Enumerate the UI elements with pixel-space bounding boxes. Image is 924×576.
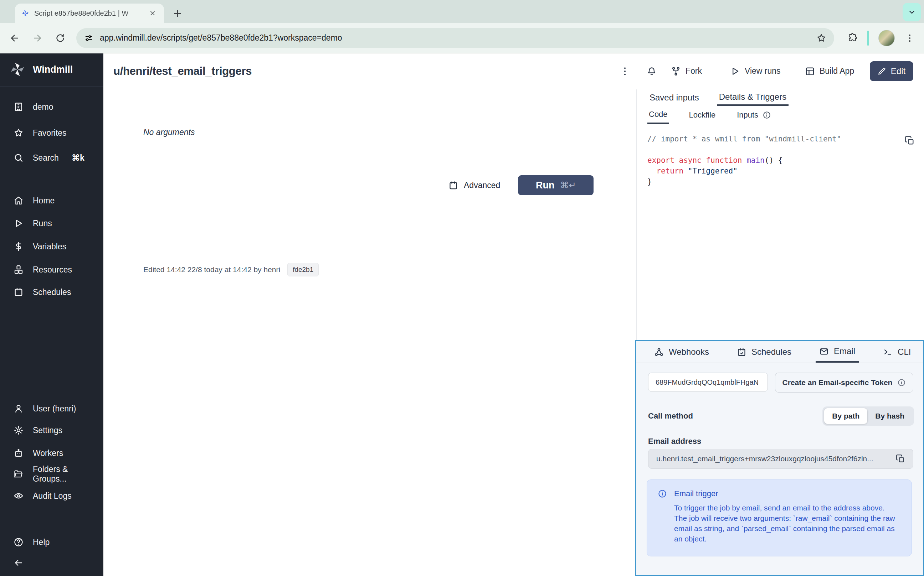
build-app-button[interactable]: Build App <box>805 53 854 89</box>
sidebar-item-workers[interactable]: Workers <box>0 445 103 462</box>
fork-label: Fork <box>685 66 702 76</box>
sidebar-item-label: Variables <box>33 242 66 251</box>
sidebar-item-folders-groups[interactable]: Folders & Groups... <box>0 466 103 483</box>
sidebar-item-label: Workers <box>33 448 63 458</box>
back-icon[interactable] <box>9 33 20 43</box>
sidebar-item-variables[interactable]: Variables <box>0 238 103 255</box>
notifications-button[interactable] <box>646 53 657 89</box>
info-icon <box>762 111 771 119</box>
tab-schedules[interactable]: Schedules <box>733 341 795 363</box>
bell-icon <box>646 66 657 76</box>
call-method-row: Call method By path By hash <box>648 405 914 427</box>
subtab-code[interactable]: Code <box>647 106 669 124</box>
tab-title: Script e857be88e0fde2b1 | W <box>34 9 143 18</box>
tab-cli[interactable]: CLI <box>879 341 914 363</box>
folder-open-icon <box>14 469 24 479</box>
search-icon <box>14 153 24 163</box>
version-badge[interactable]: fde2b1 <box>287 263 319 277</box>
fork-button[interactable]: Fork <box>671 53 702 89</box>
browser-tab[interactable]: Script e857be88e0fde2b1 | W <box>15 3 164 23</box>
sidebar-item-resources[interactable]: Resources <box>0 261 103 278</box>
view-runs-label: View runs <box>745 66 781 76</box>
view-runs-button[interactable]: View runs <box>730 53 781 89</box>
edit-label: Edit <box>891 66 905 76</box>
tab-email-label: Email <box>834 346 855 356</box>
sidebar-item-schedules[interactable]: Schedules <box>0 283 103 301</box>
tab-schedules-label: Schedules <box>751 347 791 357</box>
robot-icon <box>14 448 24 458</box>
sidebar-item-favorites[interactable]: Favorites <box>0 124 103 141</box>
more-options-button[interactable] <box>619 53 630 89</box>
windmill-script-page: Script e857be88e0fde2b1 | W <box>0 0 924 576</box>
triggers-panel: Webhooks Schedules Email CLI Cr <box>635 340 924 576</box>
sidebar-item-label: Audit Logs <box>33 491 72 501</box>
create-email-token-label: Create an Email-specific Token <box>783 378 893 387</box>
new-tab-button[interactable] <box>172 8 183 19</box>
run-button[interactable]: Run ⌘↵ <box>518 175 594 195</box>
create-email-token-button[interactable]: Create an Email-specific Token <box>775 373 913 392</box>
sidebar-item-label: Resources <box>33 265 72 275</box>
sidebar-item-label: Folders & Groups... <box>33 464 103 484</box>
sidebar-item-runs[interactable]: Runs <box>0 215 103 232</box>
copy-code-icon[interactable] <box>905 136 915 146</box>
windmill-logo-icon <box>9 61 26 78</box>
sidebar-item-label: demo <box>33 102 53 112</box>
by-hash-option[interactable]: By hash <box>867 408 912 424</box>
copy-email-icon[interactable] <box>896 454 905 464</box>
sidebar-item-settings[interactable]: Settings <box>0 422 103 439</box>
address-bar[interactable]: app.windmill.dev/scripts/get/e857be88e0f… <box>76 28 834 48</box>
code-viewer: // import * as wmill from "windmill-clie… <box>637 124 924 196</box>
sidebar-item-workspace[interactable]: demo <box>0 98 103 115</box>
window-chevron-button[interactable] <box>903 3 921 21</box>
windmill-logo[interactable]: Windmill <box>9 61 73 78</box>
arrow-left-icon <box>14 558 24 568</box>
subtab-inputs[interactable]: Inputs <box>735 106 773 124</box>
tab-close-icon[interactable] <box>148 8 157 18</box>
boxes-icon <box>14 265 24 275</box>
sidebar: Windmill demo Favorites Search ⌘k Home R… <box>0 53 103 576</box>
sidebar-item-home[interactable]: Home <box>0 192 103 209</box>
terminal-icon <box>883 347 893 357</box>
sidebar-item-label: Home <box>33 196 55 206</box>
subtab-inputs-label: Inputs <box>737 110 758 120</box>
sidebar-item-label: Runs <box>33 219 52 228</box>
help-icon <box>14 537 24 547</box>
home-icon <box>14 195 24 206</box>
info-icon <box>897 378 906 387</box>
by-path-option[interactable]: By path <box>824 408 867 424</box>
extensions-icon[interactable] <box>847 33 858 43</box>
email-address-field[interactable]: u.henri.test_email_triggers+mrsw23zlouxg… <box>648 449 913 469</box>
info-icon <box>658 489 667 498</box>
info-box-title: Email trigger <box>674 489 718 498</box>
forward-icon[interactable] <box>32 33 43 43</box>
edit-button[interactable]: Edit <box>870 61 913 81</box>
email-token-input[interactable] <box>648 373 768 392</box>
sidebar-item-search[interactable]: Search ⌘k <box>0 149 103 166</box>
browser-chrome: Script e857be88e0fde2b1 | W <box>0 0 924 53</box>
sidebar-item-label: Schedules <box>33 288 71 297</box>
webhook-icon <box>654 347 664 357</box>
sidebar-item-audit-logs[interactable]: Audit Logs <box>0 487 103 504</box>
refresh-icon[interactable] <box>55 33 66 43</box>
sidebar-collapse-button[interactable] <box>0 554 103 571</box>
code-plain: } <box>647 178 652 186</box>
tab-email[interactable]: Email <box>816 341 859 363</box>
sidebar-item-help[interactable]: Help <box>0 534 103 551</box>
bookmark-star-icon[interactable] <box>817 33 826 43</box>
advanced-button[interactable]: Advanced <box>448 181 500 190</box>
code-block: // import * as wmill from "windmill-clie… <box>647 134 913 187</box>
subtab-lockfile[interactable]: Lockfile <box>688 106 717 124</box>
tab-webhooks[interactable]: Webhooks <box>651 341 712 363</box>
tab-saved-inputs[interactable]: Saved inputs <box>647 90 701 106</box>
browser-menu-icon[interactable] <box>905 33 915 43</box>
no-arguments-text: No arguments <box>143 128 195 137</box>
run-shortcut: ⌘↵ <box>560 180 576 190</box>
profile-avatar[interactable] <box>878 30 895 46</box>
site-settings-icon[interactable] <box>84 34 93 43</box>
code-string: "Triggered" <box>683 167 738 175</box>
search-shortcut: ⌘k <box>72 153 85 163</box>
tab-details-triggers[interactable]: Details & Triggers <box>717 90 789 106</box>
url-text[interactable]: app.windmill.dev/scripts/get/e857be88e0f… <box>100 33 810 43</box>
email-trigger-info-box: Email trigger To trigger the job by emai… <box>646 480 912 557</box>
sidebar-item-user[interactable]: User (henri) <box>0 400 103 417</box>
